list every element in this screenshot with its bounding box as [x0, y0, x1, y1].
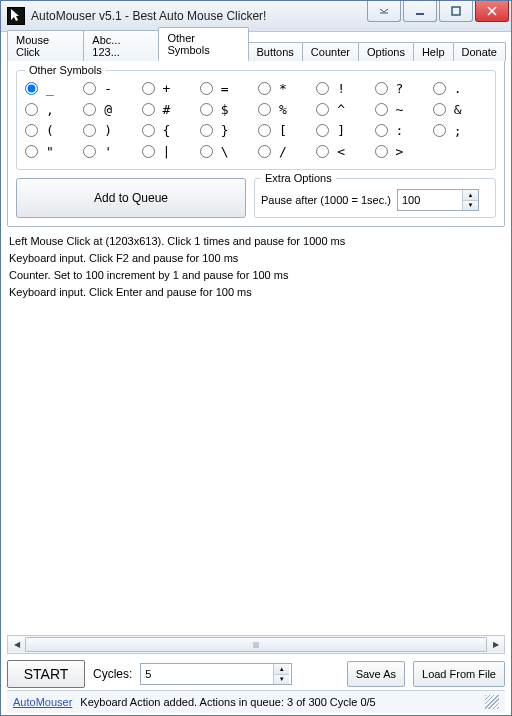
- scroll-right-icon[interactable]: ▶: [487, 637, 504, 652]
- symbol-option[interactable]: ]: [316, 123, 370, 138]
- symbol-radio[interactable]: [375, 103, 388, 116]
- start-button[interactable]: START: [7, 660, 85, 688]
- symbol-radio[interactable]: [200, 124, 213, 137]
- load-from-file-button[interactable]: Load From File: [413, 661, 505, 687]
- symbol-radio[interactable]: [200, 103, 213, 116]
- scroll-track[interactable]: [25, 637, 487, 652]
- symbol-option[interactable]: @: [83, 102, 137, 117]
- symbol-option[interactable]: >: [375, 144, 429, 159]
- symbol-radio[interactable]: [25, 103, 38, 116]
- symbol-option[interactable]: =: [200, 81, 254, 96]
- cycles-input[interactable]: [141, 664, 273, 684]
- symbol-option[interactable]: /: [258, 144, 312, 159]
- scroll-left-icon[interactable]: ◀: [8, 637, 25, 652]
- symbol-option[interactable]: ): [83, 123, 137, 138]
- maximize-button[interactable]: [439, 1, 473, 22]
- symbol-radio[interactable]: [25, 145, 38, 158]
- save-as-button[interactable]: Save As: [347, 661, 405, 687]
- symbol-radio[interactable]: [258, 103, 271, 116]
- symbol-radio[interactable]: [375, 145, 388, 158]
- tab-panel-other-symbols: Other Symbols _-+=*!?.,@#$%^~&(){}[]:;"'…: [7, 59, 505, 227]
- symbol-option[interactable]: |: [142, 144, 196, 159]
- dropdown-button[interactable]: [367, 1, 401, 22]
- automouser-link[interactable]: AutoMouser: [13, 696, 72, 708]
- symbol-option[interactable]: %: [258, 102, 312, 117]
- symbol-radio[interactable]: [142, 124, 155, 137]
- action-queue-list[interactable]: Left Mouse Click at (1203x613). Click 1 …: [7, 227, 505, 635]
- symbol-radio[interactable]: [83, 103, 96, 116]
- symbol-radio[interactable]: [258, 124, 271, 137]
- symbol-radio[interactable]: [142, 82, 155, 95]
- symbol-radio[interactable]: [316, 103, 329, 116]
- symbol-glyph: {: [161, 123, 173, 138]
- symbol-radio[interactable]: [200, 82, 213, 95]
- minimize-button[interactable]: [403, 1, 437, 22]
- symbol-radio[interactable]: [83, 124, 96, 137]
- symbol-radio[interactable]: [83, 145, 96, 158]
- symbol-option[interactable]: \: [200, 144, 254, 159]
- symbol-radio[interactable]: [375, 124, 388, 137]
- resize-grip-icon[interactable]: [485, 695, 499, 709]
- symbol-option[interactable]: *: [258, 81, 312, 96]
- symbol-option[interactable]: ^: [316, 102, 370, 117]
- symbol-radio[interactable]: [258, 145, 271, 158]
- symbol-option[interactable]: [: [258, 123, 312, 138]
- symbol-radio[interactable]: [142, 145, 155, 158]
- symbol-option[interactable]: -: [83, 81, 137, 96]
- symbol-radio[interactable]: [258, 82, 271, 95]
- symbol-radio[interactable]: [433, 103, 446, 116]
- symbol-option[interactable]: ~: [375, 102, 429, 117]
- symbol-option[interactable]: _: [25, 81, 79, 96]
- symbol-option[interactable]: .: [433, 81, 487, 96]
- spinner-down-icon[interactable]: ▼: [274, 675, 289, 685]
- symbol-option[interactable]: ": [25, 144, 79, 159]
- spinner-down-icon[interactable]: ▼: [463, 201, 478, 211]
- tab-help[interactable]: Help: [413, 42, 454, 61]
- close-button[interactable]: [475, 1, 509, 22]
- spinner-up-icon[interactable]: ▲: [274, 664, 289, 675]
- queue-line[interactable]: Keyboard input. Click F2 and pause for 1…: [9, 250, 503, 267]
- horizontal-scrollbar[interactable]: ◀ ▶: [7, 635, 505, 654]
- symbol-option[interactable]: {: [142, 123, 196, 138]
- tab-options[interactable]: Options: [358, 42, 414, 61]
- scroll-thumb[interactable]: [25, 637, 487, 652]
- symbol-radio[interactable]: [316, 82, 329, 95]
- symbol-radio[interactable]: [25, 124, 38, 137]
- symbol-option[interactable]: (: [25, 123, 79, 138]
- add-to-queue-button[interactable]: Add to Queue: [16, 178, 246, 218]
- symbol-option[interactable]: &: [433, 102, 487, 117]
- symbol-option[interactable]: +: [142, 81, 196, 96]
- symbol-option[interactable]: ': [83, 144, 137, 159]
- spinner-up-icon[interactable]: ▲: [463, 190, 478, 201]
- tab-buttons[interactable]: Buttons: [248, 42, 303, 61]
- pause-after-input[interactable]: [398, 190, 462, 210]
- symbol-option[interactable]: <: [316, 144, 370, 159]
- symbol-radio[interactable]: [433, 124, 446, 137]
- tab-counter[interactable]: Counter: [302, 42, 359, 61]
- symbol-option[interactable]: }: [200, 123, 254, 138]
- tab-other-symbols[interactable]: Other Symbols: [158, 27, 248, 60]
- window-title: AutoMouser v5.1 - Best Auto Mouse Clicke…: [31, 9, 365, 23]
- symbol-radio[interactable]: [25, 82, 38, 95]
- symbol-radio[interactable]: [142, 103, 155, 116]
- queue-line[interactable]: Counter. Set to 100 increment by 1 and p…: [9, 267, 503, 284]
- symbol-glyph: \: [219, 144, 231, 159]
- symbol-option[interactable]: !: [316, 81, 370, 96]
- symbol-radio[interactable]: [83, 82, 96, 95]
- symbol-radio[interactable]: [433, 82, 446, 95]
- symbol-option[interactable]: ?: [375, 81, 429, 96]
- queue-line[interactable]: Keyboard input. Click Enter and pause fo…: [9, 284, 503, 301]
- symbol-option[interactable]: ;: [433, 123, 487, 138]
- symbol-radio[interactable]: [316, 145, 329, 158]
- symbol-option[interactable]: #: [142, 102, 196, 117]
- queue-line[interactable]: Left Mouse Click at (1203x613). Click 1 …: [9, 233, 503, 250]
- tab-mouse-click[interactable]: Mouse Click: [7, 30, 84, 61]
- tab-abc-123-[interactable]: Abc... 123...: [83, 30, 159, 61]
- symbol-radio[interactable]: [316, 124, 329, 137]
- symbol-option[interactable]: :: [375, 123, 429, 138]
- tab-donate[interactable]: Donate: [453, 42, 506, 61]
- symbol-option[interactable]: $: [200, 102, 254, 117]
- symbol-option[interactable]: ,: [25, 102, 79, 117]
- symbol-radio[interactable]: [200, 145, 213, 158]
- symbol-radio[interactable]: [375, 82, 388, 95]
